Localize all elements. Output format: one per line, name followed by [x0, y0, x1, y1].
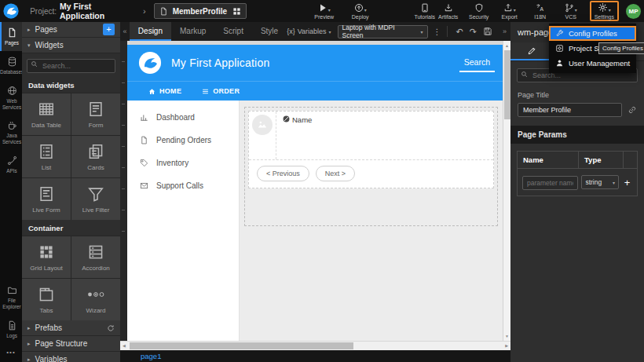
sidebar-item-web-services[interactable]: Web Services — [0, 80, 22, 115]
scroll-right-icon[interactable]: ▶ — [505, 343, 508, 348]
widget-form[interactable]: Form — [71, 93, 120, 135]
menu-item-dashboard[interactable]: Dashboard — [127, 106, 239, 129]
previous-button[interactable]: < Previous — [257, 166, 309, 181]
tab-markup[interactable]: Markup — [171, 22, 214, 41]
i18n-button[interactable]: A I18N — [529, 1, 552, 21]
collapse-left-panel-button[interactable]: « — [120, 27, 130, 35]
widgets-section-header[interactable]: ▾ Widgets — [22, 38, 120, 53]
menu-item-inventory[interactable]: Inventory — [127, 152, 239, 174]
sidebar-item-databases[interactable]: Databases — [0, 51, 22, 80]
undo-button[interactable]: ↶ — [456, 27, 463, 36]
search-icon — [31, 60, 38, 68]
user-avatar[interactable]: MP — [626, 4, 641, 19]
pages-icon — [7, 27, 17, 38]
widget-live-form[interactable]: Live Form — [22, 178, 71, 220]
widget-live-filter[interactable]: Live Filter — [71, 178, 120, 220]
next-button[interactable]: Next > — [316, 166, 355, 181]
list-widget-container[interactable]: Name < Previous Next > — [244, 107, 498, 226]
container-title: Container — [22, 220, 120, 236]
page-selector[interactable]: MemberProfile — [154, 3, 247, 19]
preview-button[interactable]: ▾ Preview — [313, 1, 336, 21]
widget-accordion[interactable]: Accordion — [71, 236, 120, 278]
scroll-down-icon[interactable]: ▼ — [503, 331, 510, 341]
widget-search — [22, 53, 120, 77]
widget-wizard[interactable]: Wizard — [71, 279, 120, 320]
binding-slash-icon — [283, 115, 290, 122]
apps-grid-icon — [232, 7, 241, 16]
scroll-up-icon[interactable]: ▲ — [503, 41, 510, 50]
logs-icon — [7, 320, 17, 331]
widget-list[interactable]: List — [22, 136, 71, 177]
page-params-row: string ▾ + — [518, 169, 637, 196]
settings-button[interactable]: ▾ Settings — [590, 1, 619, 21]
redo-button[interactable]: ↷ — [470, 27, 477, 36]
vertical-scrollbar[interactable]: ▲ ▼ — [503, 41, 510, 341]
menu-item-config-profiles[interactable]: Config Profiles — [549, 26, 636, 41]
save-button[interactable] — [483, 27, 492, 36]
pages-section-header[interactable]: ▸ Pages + — [22, 22, 120, 38]
cards-icon — [87, 143, 104, 160]
sidebar-item-pages[interactable]: Pages — [0, 22, 22, 51]
name-field[interactable]: Name — [276, 112, 318, 159]
container-widgets-grid: Grid Layout Accordion Tabs Wizard — [22, 236, 120, 320]
play-icon — [318, 3, 327, 13]
chevron-down-icon: ▾ — [421, 29, 423, 35]
tab-design[interactable]: Design — [130, 22, 171, 41]
sidebar-item-apis[interactable]: APIs — [0, 150, 22, 179]
column-header-type: Type — [579, 152, 624, 168]
prefabs-section-header[interactable]: ▸ Prefabs — [22, 320, 120, 336]
param-name-input[interactable] — [522, 176, 578, 190]
artifacts-button[interactable]: Artifacts — [437, 1, 460, 21]
add-param-button[interactable]: + — [620, 177, 634, 188]
page-tab[interactable]: page1 — [141, 352, 161, 360]
top-bar: Project: My First Application › MemberPr… — [0, 0, 644, 22]
widget-tabs[interactable]: Tabs — [22, 279, 71, 320]
menu-item-support-calls[interactable]: Support Calls — [127, 174, 239, 197]
bind-link-icon[interactable] — [628, 105, 637, 115]
deploy-button[interactable]: ▾ Deploy — [349, 1, 372, 21]
refresh-icon[interactable] — [107, 324, 115, 332]
widget-cards[interactable]: Cards — [71, 136, 120, 177]
app-search-tab[interactable]: Search — [459, 54, 495, 72]
list-item-template[interactable]: Name — [249, 112, 493, 160]
collapse-right-panel-button[interactable]: » — [503, 27, 507, 35]
menu-item-user-management[interactable]: User Management — [549, 56, 636, 71]
menu-item-pending-orders[interactable]: Pending Orders — [127, 129, 239, 152]
tutorials-button[interactable]: Tutorials — [413, 1, 437, 21]
param-type-select[interactable]: string ▾ — [581, 175, 619, 189]
nav-item-order[interactable]: ORDER — [192, 87, 250, 95]
export-button[interactable]: ▾ Export — [498, 1, 521, 21]
variables-section-header[interactable]: ▸ Variables — [22, 352, 120, 362]
sidebar-item-logs[interactable]: Logs — [0, 315, 22, 344]
tab-edit[interactable] — [510, 42, 553, 60]
add-page-button[interactable]: + — [103, 24, 115, 35]
device-select[interactable]: Laptop with MDPI Screen ▾ — [338, 25, 428, 38]
widget-data-table[interactable]: Data Table — [22, 93, 71, 135]
security-button[interactable]: Security — [467, 1, 491, 21]
widget-search-input[interactable] — [27, 59, 115, 73]
tab-script[interactable]: Script — [214, 22, 252, 41]
scroll-left-icon[interactable]: ◀ — [123, 343, 126, 348]
vertical-scrollbar-thumb[interactable] — [504, 50, 510, 119]
java-services-cup-icon — [7, 120, 17, 130]
more-options-icon[interactable]: ••• — [0, 344, 22, 362]
sidebar-item-file-explorer[interactable]: File Explorer — [0, 280, 22, 315]
nav-item-home[interactable]: HOME — [138, 87, 192, 95]
page-params-header: Page Params — [510, 126, 644, 144]
page-structure-section-header[interactable]: ▸ Page Structure — [22, 336, 120, 352]
sidebar-item-java-services[interactable]: Java Services — [0, 115, 22, 150]
kebab-menu-icon[interactable]: ⋮ — [434, 27, 441, 36]
widget-grid-layout[interactable]: Grid Layout — [22, 236, 71, 278]
page-title-input[interactable] — [518, 103, 622, 117]
breadcrumb-chevron-icon: › — [143, 6, 146, 16]
home-icon — [148, 88, 156, 95]
data-table-icon — [38, 101, 55, 118]
vcs-button[interactable]: ▾ VCS — [559, 1, 583, 21]
data-widgets-title: Data widgets — [22, 77, 120, 93]
horizontal-scrollbar-thumb[interactable] — [130, 342, 353, 349]
collapsed-arrow-icon: ▸ — [27, 325, 31, 331]
variables-dropdown[interactable]: {x} Variables ▾ — [287, 27, 331, 35]
tab-style[interactable]: Style — [252, 22, 287, 41]
chevron-down-icon: ▾ — [364, 8, 367, 13]
horizontal-scrollbar[interactable]: ◀ ▶ — [120, 341, 510, 350]
